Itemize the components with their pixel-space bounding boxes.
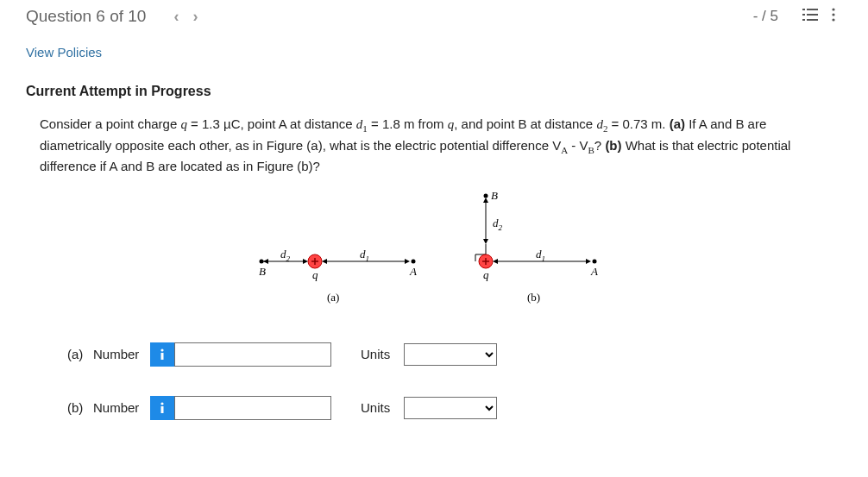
svg-text:A: A <box>590 265 598 278</box>
svg-text:d2: d2 <box>280 248 291 263</box>
svg-text:q: q <box>312 268 318 281</box>
info-icon <box>158 348 167 361</box>
info-button-b[interactable] <box>150 396 174 420</box>
svg-marker-30 <box>483 239 488 244</box>
info-icon <box>158 402 167 414</box>
more-options-icon[interactable] <box>825 8 842 26</box>
view-policies-link[interactable]: View Policies <box>26 45 842 60</box>
answer-row-a: (a) Number Units <box>67 342 868 367</box>
question-list-icon[interactable] <box>796 8 825 26</box>
svg-rect-4 <box>802 19 805 21</box>
score-display: - / 5 <box>753 8 778 25</box>
svg-rect-48 <box>161 353 164 360</box>
svg-rect-1 <box>807 9 818 10</box>
svg-marker-11 <box>263 259 268 264</box>
svg-text:B: B <box>491 192 498 202</box>
svg-marker-18 <box>322 259 327 264</box>
svg-text:(a): (a) <box>327 291 339 304</box>
svg-point-40 <box>593 259 597 263</box>
units-select-b[interactable] <box>404 397 497 419</box>
svg-text:d1: d1 <box>536 248 545 263</box>
attempt-status: Current Attempt in Progress <box>26 84 842 99</box>
part-a-label: (a) <box>67 347 93 361</box>
svg-marker-29 <box>483 198 488 203</box>
prev-question-button[interactable]: ‹ <box>167 8 186 26</box>
answer-row-b: (b) Number Units <box>67 396 868 420</box>
svg-marker-19 <box>405 259 410 264</box>
svg-text:A: A <box>409 265 417 278</box>
svg-point-20 <box>412 259 416 263</box>
svg-text:q: q <box>483 268 489 281</box>
units-label-b: Units <box>361 400 404 415</box>
units-select-a[interactable] <box>404 343 497 366</box>
question-title: Question 6 of 10 <box>26 7 146 26</box>
svg-point-49 <box>160 402 163 405</box>
svg-rect-5 <box>807 19 818 21</box>
svg-point-8 <box>832 18 834 21</box>
problem-text: Consider a point charge q = 1.3 µC, poin… <box>40 115 828 177</box>
figures-svg: B d2 q d1 A (a) <box>244 192 624 313</box>
number-label-b: Number <box>93 400 150 415</box>
svg-point-47 <box>160 348 163 351</box>
part-b-label: (b) <box>67 400 93 415</box>
svg-point-7 <box>832 13 834 16</box>
svg-marker-38 <box>493 259 498 264</box>
svg-text:B: B <box>259 265 266 278</box>
svg-marker-13 <box>303 259 308 264</box>
svg-marker-39 <box>586 259 591 264</box>
svg-point-6 <box>832 8 834 10</box>
svg-text:d1: d1 <box>360 248 369 263</box>
info-button-a[interactable] <box>150 342 174 367</box>
units-label-a: Units <box>361 347 404 361</box>
figure-area: B d2 q d1 A (a) <box>0 192 868 313</box>
svg-rect-3 <box>807 14 818 16</box>
svg-rect-2 <box>802 14 805 16</box>
svg-rect-0 <box>802 9 805 10</box>
svg-rect-50 <box>161 406 164 413</box>
svg-point-27 <box>484 193 488 198</box>
number-label-a: Number <box>93 347 150 361</box>
number-input-b[interactable] <box>174 396 331 420</box>
svg-text:(b): (b) <box>527 291 540 304</box>
question-header: Question 6 of 10 ‹ › - / 5 <box>0 0 868 29</box>
next-question-button[interactable]: › <box>186 8 204 26</box>
svg-point-9 <box>260 259 264 263</box>
svg-text:d2: d2 <box>493 217 503 232</box>
number-input-a[interactable] <box>174 342 331 367</box>
answers-area: (a) Number Units (b) Number Units <box>67 342 868 420</box>
